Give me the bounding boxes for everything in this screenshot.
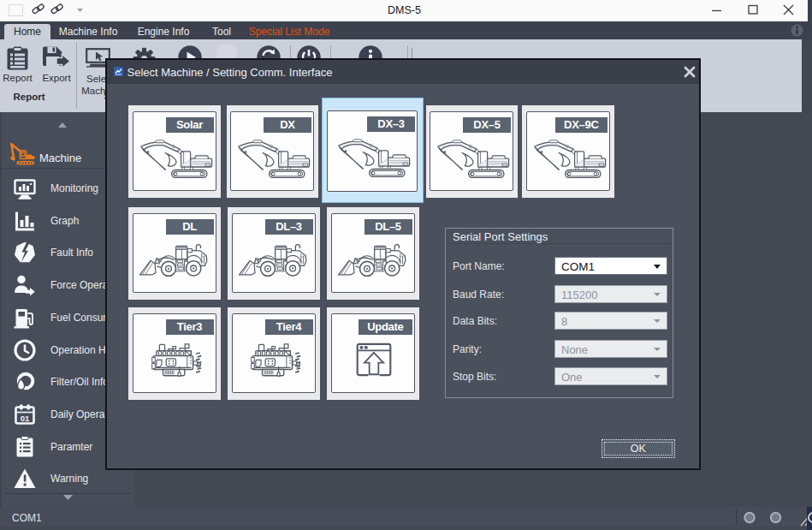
svg-text:01: 01 [21,413,30,422]
